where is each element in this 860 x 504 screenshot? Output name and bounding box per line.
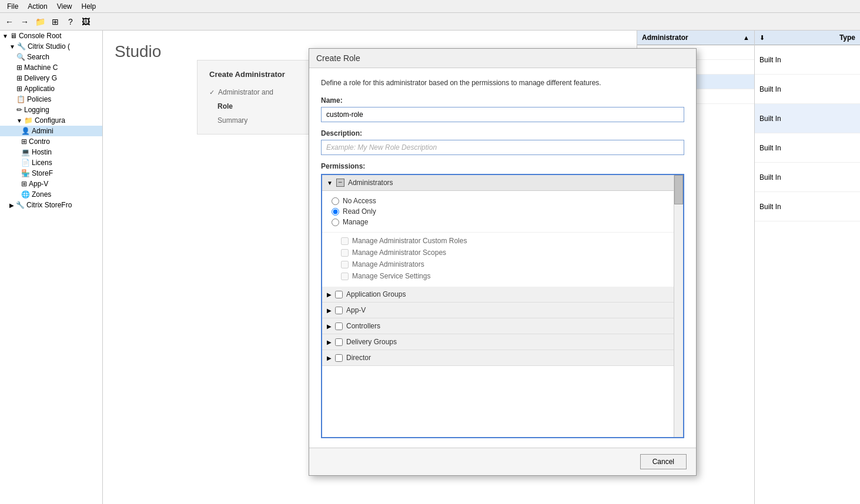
permissions-content: ▼ Administrators No Access bbox=[322, 175, 683, 366]
chevron-icon: ▶ bbox=[9, 202, 14, 209]
tree-item-delivery[interactable]: ⊞ Delivery G bbox=[0, 73, 102, 83]
checkbox-service-settings[interactable] bbox=[341, 273, 349, 280]
hosting-icon: 💻 bbox=[21, 148, 30, 156]
tree-item-logging[interactable]: ✏ Logging bbox=[0, 105, 102, 115]
tree-label: Licens bbox=[32, 159, 52, 167]
type-row-6: Built In bbox=[755, 192, 860, 221]
type-label: Built In bbox=[759, 85, 781, 93]
sort-icon[interactable]: ⬇ bbox=[759, 34, 765, 42]
menu-view[interactable]: View bbox=[52, 1, 77, 12]
checkbox-director[interactable] bbox=[335, 354, 343, 362]
checkbox-delivery[interactable] bbox=[335, 338, 343, 346]
perm-group-director[interactable]: ▶ Director bbox=[322, 350, 674, 366]
perm-group-appv[interactable]: ▶ App-V bbox=[322, 303, 674, 318]
admins-checkbox[interactable] bbox=[336, 179, 344, 187]
forward-button[interactable]: → bbox=[18, 15, 32, 29]
wizard-step-label: Administrator and bbox=[218, 88, 273, 96]
policies-icon: 📋 bbox=[16, 95, 25, 103]
name-label: Name: bbox=[321, 96, 684, 105]
perm-group-name-director: Director bbox=[346, 354, 371, 362]
wizard-role-label: Role bbox=[217, 102, 233, 110]
type-row-5: Built In bbox=[755, 163, 860, 192]
tree-item-policies[interactable]: 📋 Policies bbox=[0, 94, 102, 105]
back-button[interactable]: ← bbox=[2, 15, 16, 29]
checkbox-controllers[interactable] bbox=[335, 322, 343, 330]
cancel-button[interactable]: Cancel bbox=[640, 454, 687, 469]
checkbox-appv[interactable] bbox=[335, 307, 343, 314]
radio-no-access[interactable]: No Access bbox=[332, 196, 664, 206]
tree-item-search[interactable]: 🔍 Search bbox=[0, 52, 102, 62]
chevron-icon: ▼ bbox=[2, 33, 8, 39]
perm-group-app-groups[interactable]: ▶ Application Groups bbox=[322, 287, 674, 303]
help-button[interactable]: ? bbox=[63, 15, 78, 29]
tree-label: Configura bbox=[35, 116, 65, 125]
perm-sub-custom-roles: Manage Administrator Custom Roles bbox=[341, 235, 655, 247]
folder-button[interactable]: 📁 bbox=[33, 15, 47, 29]
tree-item-storefront[interactable]: 🏪 StoreF bbox=[0, 168, 102, 179]
controller-icon: ⊞ bbox=[21, 137, 27, 146]
sub-label-custom-roles: Manage Administrator Custom Roles bbox=[352, 237, 467, 245]
radio-no-access-label: No Access bbox=[343, 197, 376, 205]
tree-label: Zones bbox=[32, 190, 51, 199]
checkbox-app-groups[interactable] bbox=[335, 291, 343, 298]
description-input[interactable] bbox=[321, 140, 684, 155]
dialog-body: Define a role for this administrator bas… bbox=[309, 68, 696, 448]
tree-item-machine[interactable]: ⊞ Machine C bbox=[0, 62, 102, 73]
checkbox-scopes[interactable] bbox=[341, 249, 349, 257]
image-button[interactable]: 🖼 bbox=[79, 15, 93, 29]
citrix-icon: 🔧 bbox=[17, 42, 26, 51]
checkbox-manage-admins[interactable] bbox=[341, 261, 349, 268]
type-label: Built In bbox=[759, 203, 781, 211]
radio-no-access-input[interactable] bbox=[332, 197, 339, 205]
scrollbar[interactable] bbox=[674, 175, 683, 437]
tree-item-configuration[interactable]: ▼ 📁 Configura bbox=[0, 115, 102, 126]
perm-group-controllers[interactable]: ▶ Controllers bbox=[322, 318, 674, 334]
menu-file[interactable]: File bbox=[2, 1, 23, 12]
perm-group-name-delivery: Delivery Groups bbox=[346, 338, 397, 346]
admin-panel-header: Administrator ▲ bbox=[637, 31, 754, 45]
left-panel: ▼ 🖥 Console Root ▼ 🔧 Citrix Studio ( 🔍 S… bbox=[0, 31, 103, 504]
type-header-label: Type bbox=[839, 33, 855, 42]
admin-header-label: Administrator bbox=[642, 33, 688, 42]
tree-label: Delivery G bbox=[24, 74, 57, 82]
perm-sub-scopes: Manage Administrator Scopes bbox=[341, 247, 655, 258]
tree-item-citrix-studio[interactable]: ▼ 🔧 Citrix Studio ( bbox=[0, 41, 102, 52]
tree-label: Hostin bbox=[32, 148, 52, 156]
radio-manage-input[interactable] bbox=[332, 219, 339, 226]
tree-item-zones[interactable]: 🌐 Zones bbox=[0, 189, 102, 200]
menu-help[interactable]: Help bbox=[77, 1, 101, 12]
radio-read-only[interactable]: Read Only bbox=[332, 206, 664, 217]
radio-manage[interactable]: Manage bbox=[332, 217, 664, 227]
perm-group-header-admins[interactable]: ▼ Administrators bbox=[322, 175, 674, 191]
radio-read-only-input[interactable] bbox=[332, 208, 339, 216]
create-role-dialog: Create Role Define a role for this admin… bbox=[309, 48, 697, 476]
tree-item-controllers[interactable]: ⊞ Contro bbox=[0, 136, 102, 147]
expand-arrow-icon: ▶ bbox=[327, 339, 332, 345]
permissions-label: Permissions: bbox=[321, 162, 684, 170]
menu-action[interactable]: Action bbox=[23, 1, 52, 12]
type-label: Built In bbox=[759, 144, 781, 152]
license-icon: 📄 bbox=[21, 159, 30, 167]
checkmark-icon: ✓ bbox=[209, 89, 215, 96]
tree-item-appv[interactable]: ⊞ App-V bbox=[0, 179, 102, 189]
tree-label: Citrix Studio ( bbox=[28, 42, 70, 51]
checkbox-custom-roles[interactable] bbox=[341, 237, 349, 245]
expand-arrow-icon: ▶ bbox=[327, 307, 332, 314]
tree-item-console-root[interactable]: ▼ 🖥 Console Root bbox=[0, 31, 102, 41]
tree-label: Citrix StoreFro bbox=[26, 201, 72, 209]
type-panel: ⬇ Type Built In Built In Built In Built … bbox=[754, 31, 860, 504]
grid-button[interactable]: ⊞ bbox=[48, 15, 62, 29]
expand-arrow-icon: ▶ bbox=[327, 291, 332, 298]
scrollbar-thumb[interactable] bbox=[674, 175, 683, 204]
tree-item-applications[interactable]: ⊞ Applicatio bbox=[0, 83, 102, 94]
type-label: Built In bbox=[759, 115, 781, 123]
config-icon: 📁 bbox=[24, 116, 33, 125]
logging-icon: ✏ bbox=[16, 106, 22, 114]
tree-item-hosting[interactable]: 💻 Hostin bbox=[0, 147, 102, 157]
tree-item-licensing[interactable]: 📄 Licens bbox=[0, 157, 102, 168]
name-input[interactable] bbox=[321, 107, 684, 122]
tree-item-admins[interactable]: 👤 Admini bbox=[0, 126, 102, 136]
toolbar: ← → 📁 ⊞ ? 🖼 bbox=[0, 13, 860, 31]
tree-item-citrix-storefro[interactable]: ▶ 🔧 Citrix StoreFro bbox=[0, 200, 102, 210]
perm-group-delivery[interactable]: ▶ Delivery Groups bbox=[322, 334, 674, 350]
